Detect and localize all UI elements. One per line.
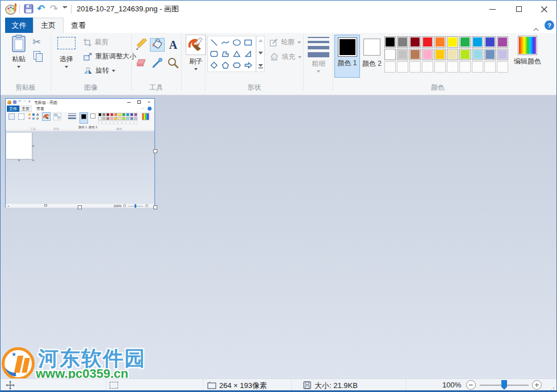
edit-colors-button[interactable]: 编辑颜色 (513, 36, 542, 66)
collapse-ribbon-button[interactable] (533, 23, 539, 33)
palette-color[interactable] (98, 113, 102, 116)
palette-color[interactable] (102, 113, 106, 116)
shapes-scroll-up-icon[interactable] (258, 39, 263, 42)
eraser-tool-button[interactable] (134, 56, 149, 70)
text-tool-button[interactable]: A (166, 38, 181, 52)
palette-color[interactable] (114, 117, 118, 120)
palette-color[interactable] (134, 113, 137, 116)
palette-color[interactable] (122, 113, 125, 116)
palette-color[interactable] (422, 36, 433, 48)
palette-color[interactable] (472, 49, 483, 60)
palette-color[interactable] (484, 36, 496, 48)
canvas-resize-handle-corner[interactable] (153, 205, 157, 209)
shape-rectangle[interactable] (242, 37, 254, 48)
palette-color[interactable] (114, 113, 118, 116)
select-button[interactable]: 选择 (54, 35, 79, 68)
tab-home[interactable]: 主页 (33, 18, 64, 33)
zoom-out-button[interactable]: − (466, 380, 476, 390)
palette-color[interactable] (126, 117, 129, 120)
palette-color[interactable] (110, 113, 114, 116)
palette-color[interactable] (118, 113, 122, 116)
palette-color[interactable] (122, 117, 125, 120)
palette-color[interactable] (384, 49, 396, 60)
palette-color[interactable] (409, 36, 421, 48)
color1-button[interactable]: 颜色 1 (334, 35, 360, 78)
palette-color[interactable] (106, 117, 110, 120)
palette-color[interactable] (447, 49, 458, 60)
shapes-expand-icon[interactable] (258, 64, 263, 69)
canvas-resize-handle-right[interactable] (153, 149, 157, 153)
maximize-button[interactable] (506, 1, 531, 18)
paste-button[interactable]: 粘贴 (6, 35, 31, 68)
palette-color[interactable] (434, 49, 446, 60)
palette-color[interactable] (422, 49, 433, 60)
shape-hexagon[interactable] (231, 60, 242, 71)
shape-rounded-rectangle[interactable] (208, 48, 220, 60)
palette-color[interactable] (134, 117, 137, 120)
title-bar[interactable]: ↶ ↷ 2016-10-27_124639.png - 画图 (1, 1, 556, 18)
palette-color[interactable] (409, 49, 421, 60)
tab-view[interactable]: 查看 (64, 18, 93, 33)
shape-ellipse[interactable] (231, 37, 242, 48)
palette-color[interactable] (497, 49, 508, 60)
tab-file[interactable]: 文件 (5, 18, 33, 33)
zoom-slider-thumb[interactable] (501, 380, 507, 390)
edit-colors-icon (518, 36, 537, 55)
zoom-in-button[interactable]: + (532, 380, 542, 390)
qat-customize-button[interactable] (63, 6, 67, 19)
palette-color[interactable] (484, 49, 496, 60)
shape-arrow[interactable] (242, 60, 254, 71)
palette-color[interactable] (106, 113, 110, 116)
palette-color[interactable] (447, 36, 458, 48)
color2-button[interactable]: 颜色 2 (361, 35, 383, 78)
save-button[interactable] (24, 4, 33, 16)
shape-polygon[interactable] (220, 48, 231, 60)
ribbon-separator (131, 34, 132, 91)
shape-right-triangle[interactable] (242, 48, 254, 60)
palette-color[interactable] (130, 117, 133, 120)
palette-color[interactable] (397, 36, 408, 48)
mini-picker-icon (32, 117, 35, 120)
undo-button[interactable]: ↶ (37, 3, 45, 14)
palette-color[interactable] (126, 113, 129, 116)
shape-outline-button[interactable]: 轮廓 (270, 37, 301, 47)
palette-color[interactable] (459, 49, 471, 60)
color-picker-tool-button[interactable] (150, 56, 165, 70)
palette-color[interactable] (397, 49, 408, 60)
help-button[interactable]: ? (545, 20, 554, 30)
fill-tool-button[interactable] (150, 38, 165, 52)
shape-curve[interactable] (220, 37, 231, 48)
shape-line[interactable] (208, 37, 220, 48)
palette-color[interactable] (102, 117, 106, 120)
shape-diamond[interactable] (208, 60, 220, 71)
tab-row: 文件 主页 查看 ? (1, 18, 556, 33)
rotate-button[interactable]: 旋转 (83, 66, 115, 75)
palette-color[interactable] (118, 117, 122, 120)
canvas-resize-handle-bottom[interactable] (78, 205, 82, 209)
chevron-up-icon (533, 28, 539, 31)
resize-button[interactable]: 重新调整大小 (83, 52, 136, 61)
canvas-area[interactable]: ↶ ↷ ▾ 无标题 - 画图 × 文件 主页 查看 ^ A (1, 95, 556, 378)
palette-color[interactable] (384, 36, 396, 48)
canvas-image[interactable]: ↶ ↷ ▾ 无标题 - 画图 × 文件 主页 查看 ^ A (5, 98, 155, 208)
palette-color[interactable] (459, 36, 471, 48)
palette-color[interactable] (472, 36, 483, 48)
magnifier-tool-button[interactable] (166, 56, 181, 70)
cut-button[interactable]: ✂ (32, 36, 41, 48)
minimize-button[interactable] (480, 1, 505, 18)
redo-button[interactable]: ↷ (50, 3, 58, 14)
palette-color[interactable] (434, 36, 446, 48)
crop-button[interactable]: 裁剪 (83, 37, 108, 47)
resize-grip[interactable] (549, 386, 554, 392)
close-button[interactable] (531, 1, 557, 18)
palette-color[interactable] (497, 36, 508, 48)
palette-color[interactable] (98, 117, 102, 120)
pencil-tool-button[interactable] (134, 38, 149, 52)
palette-color[interactable] (130, 113, 133, 116)
palette-color[interactable] (110, 117, 114, 120)
shape-pentagon[interactable] (220, 60, 231, 71)
size-button[interactable]: 粗细 (306, 36, 331, 73)
shape-fill-button[interactable]: 填充 (270, 52, 301, 62)
shape-triangle[interactable] (231, 48, 242, 60)
shapes-scroll-down-icon[interactable] (258, 52, 263, 54)
